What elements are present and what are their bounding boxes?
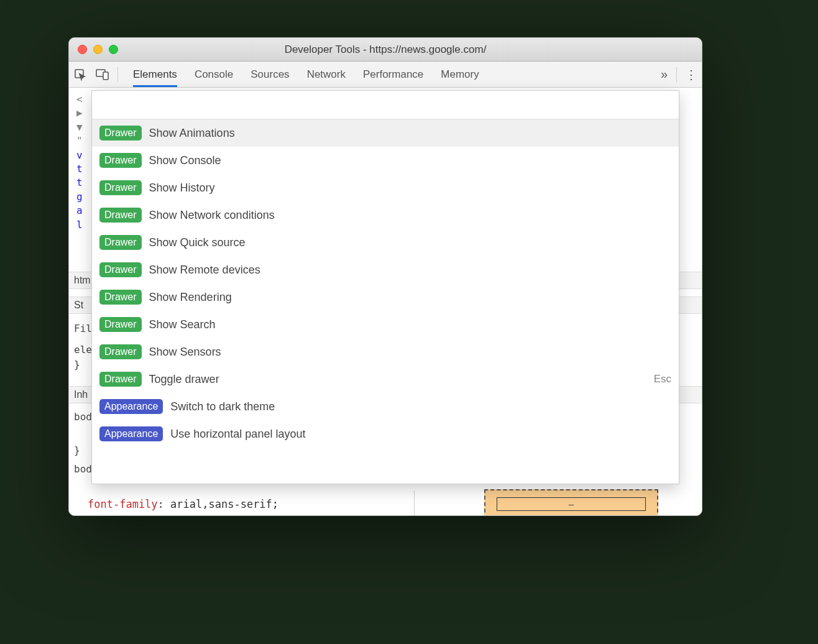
command-badge: Drawer bbox=[99, 344, 142, 359]
command-input-wrap bbox=[92, 91, 679, 119]
command-label: Show Rendering bbox=[149, 291, 671, 304]
zoom-icon[interactable] bbox=[109, 45, 118, 54]
dom-tree-snippet: <▶▼"vttgal bbox=[76, 93, 83, 232]
minimize-icon[interactable] bbox=[93, 45, 103, 54]
window-title: Developer Tools - https://news.google.co… bbox=[69, 44, 702, 56]
command-label: Show Animations bbox=[149, 127, 671, 140]
css-rule: font-family: arial,sans-serif; bbox=[88, 498, 278, 510]
separator bbox=[117, 67, 118, 82]
box-model-margin: – bbox=[484, 489, 658, 516]
tab-memory[interactable]: Memory bbox=[441, 62, 479, 87]
command-item[interactable]: DrawerShow Quick source bbox=[92, 229, 679, 256]
devtools-window: Developer Tools - https://news.google.co… bbox=[68, 37, 702, 516]
command-badge: Drawer bbox=[99, 262, 142, 277]
panel-tabs: ElementsConsoleSourcesNetworkPerformance… bbox=[122, 62, 655, 87]
command-item[interactable]: DrawerShow Search bbox=[92, 311, 679, 338]
css-colon: : bbox=[158, 498, 164, 510]
command-item[interactable]: DrawerToggle drawerEsc bbox=[92, 366, 679, 393]
device-toggle-icon[interactable] bbox=[91, 62, 114, 87]
command-badge: Drawer bbox=[99, 372, 142, 387]
command-label: Show Search bbox=[149, 318, 671, 331]
command-item[interactable]: DrawerShow Sensors bbox=[92, 338, 679, 366]
command-menu: DrawerShow AnimationsDrawerShow ConsoleD… bbox=[91, 90, 679, 484]
command-badge: Appearance bbox=[99, 399, 163, 414]
tab-sources[interactable]: Sources bbox=[250, 62, 289, 87]
panel-content: <▶▼"vttgal htm St Filt ele } Inh bod } b… bbox=[69, 88, 702, 515]
command-label: Toggle drawer bbox=[149, 373, 646, 386]
command-badge: Drawer bbox=[99, 153, 142, 168]
command-item[interactable]: DrawerShow Remote devices bbox=[92, 256, 679, 283]
tab-network[interactable]: Network bbox=[307, 62, 346, 87]
box-model-border: – bbox=[497, 497, 646, 511]
selector-label: bod bbox=[69, 463, 92, 475]
command-item[interactable]: DrawerShow Network conditions bbox=[92, 201, 679, 229]
separator bbox=[676, 67, 677, 82]
command-badge: Drawer bbox=[99, 180, 142, 195]
command-badge: Appearance bbox=[99, 426, 163, 441]
close-icon[interactable] bbox=[78, 45, 87, 54]
selector-label: bod bbox=[69, 411, 92, 423]
pane-divider bbox=[414, 490, 415, 515]
command-label: Show Network conditions bbox=[149, 209, 671, 222]
command-input[interactable] bbox=[97, 94, 674, 115]
command-item[interactable]: AppearanceSwitch to dark theme bbox=[92, 393, 679, 420]
command-label: Show Remote devices bbox=[149, 264, 671, 277]
devtools-toolbar: ElementsConsoleSourcesNetworkPerformance… bbox=[69, 62, 702, 88]
css-value: arial,sans-serif; bbox=[164, 498, 278, 510]
command-label: Show Sensors bbox=[149, 346, 671, 359]
traffic-lights bbox=[69, 45, 118, 54]
command-label: Show Quick source bbox=[149, 236, 671, 249]
command-item[interactable]: DrawerShow Console bbox=[92, 147, 679, 174]
command-label: Use horizontal panel layout bbox=[170, 428, 671, 441]
command-list: DrawerShow AnimationsDrawerShow ConsoleD… bbox=[92, 119, 679, 484]
settings-menu-icon[interactable]: ⋮ bbox=[681, 67, 702, 82]
command-item[interactable]: DrawerShow History bbox=[92, 174, 679, 201]
command-badge: Drawer bbox=[99, 235, 142, 250]
inspect-element-icon[interactable] bbox=[69, 62, 91, 87]
command-label: Show History bbox=[149, 182, 671, 195]
command-label: Show Console bbox=[149, 154, 671, 167]
tab-console[interactable]: Console bbox=[195, 62, 233, 87]
tab-performance[interactable]: Performance bbox=[363, 62, 423, 87]
command-item[interactable]: AppearanceUse horizontal panel layout bbox=[92, 420, 679, 448]
command-badge: Drawer bbox=[99, 290, 142, 305]
titlebar: Developer Tools - https://news.google.co… bbox=[69, 38, 702, 62]
tab-elements[interactable]: Elements bbox=[133, 62, 177, 87]
more-tabs-icon[interactable]: » bbox=[655, 67, 673, 81]
command-label: Switch to dark theme bbox=[170, 400, 671, 413]
brace: } bbox=[69, 444, 80, 456]
style-snippet: } bbox=[69, 359, 80, 370]
command-item[interactable]: DrawerShow Rendering bbox=[92, 283, 679, 311]
command-badge: Drawer bbox=[99, 126, 142, 140]
command-badge: Drawer bbox=[99, 208, 142, 223]
command-item[interactable]: DrawerShow Animations bbox=[92, 119, 679, 147]
command-badge: Drawer bbox=[99, 317, 142, 332]
svg-rect-2 bbox=[103, 72, 108, 80]
css-property: font-family bbox=[88, 498, 158, 510]
command-shortcut: Esc bbox=[654, 373, 671, 385]
style-snippet: ele bbox=[69, 344, 92, 356]
